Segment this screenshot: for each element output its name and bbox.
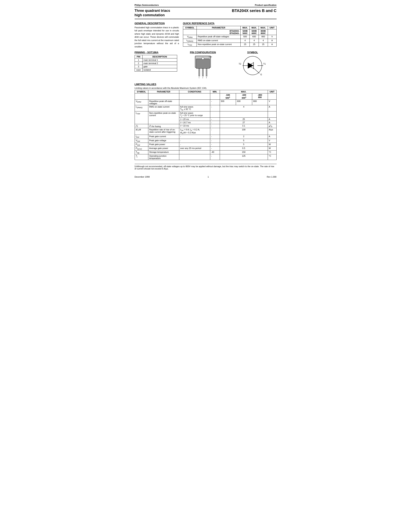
svg-rect-6 (206, 68, 207, 76)
table-row: IT(RMS) RMS on-state current full sine w… (135, 105, 276, 111)
table-row: 2 main terminal 2 (135, 62, 177, 65)
lv-sub-empty4 (210, 94, 220, 100)
svg-text:2: 2 (202, 77, 203, 78)
title-left: Three quadrant triacs high commutation (135, 9, 170, 18)
lv-vgm-min: - (210, 139, 220, 142)
lv-igm-param: Peak gate current (148, 135, 179, 139)
lv-vdrm-max500: 500 (220, 99, 236, 105)
pin-col-pin: PIN (135, 55, 142, 58)
table-row: IT(RMS) RMS on-state current 4 4 4 A (183, 39, 276, 43)
pin-config-heading: PIN CONFIGURATION (179, 51, 227, 54)
pin-config-col: PIN CONFIGURATION case 1 2 3 (179, 51, 227, 80)
lv-itsm-max1 (220, 111, 268, 118)
lv-sub-800: -800800 (252, 94, 268, 100)
lv-col-min: MIN. (210, 90, 220, 94)
qrd-sub-empty2 (268, 29, 276, 35)
footnote-section: 1 Although not recommended, off-state vo… (135, 164, 277, 170)
lv-itsm-cond2: t = 20 ms (179, 118, 210, 121)
qrd-sub-500: 500B500C (241, 29, 250, 35)
lv-tstg-cond (179, 151, 210, 154)
table-row: PG(AV) Average gate power over any 20 ms… (135, 146, 276, 150)
qrd-itsm-unit: A (268, 43, 276, 47)
svg-text:3: 3 (206, 77, 207, 78)
qrd-itsm-500: 25 (241, 43, 250, 47)
lv-itsm-min2: - (210, 118, 220, 121)
footnote-number: 1 (135, 165, 136, 168)
svg-line-19 (253, 68, 259, 73)
title-line1: Three quadrant triacs (135, 9, 170, 13)
pin-num-3: 3 (135, 65, 142, 68)
lv-pgm-unit: W (268, 142, 276, 146)
lv-heading: LIMITING VALUES (135, 83, 277, 86)
limiting-values-table: SYMBOL PARAMETER CONDITIONS MIN. MAX. UN… (135, 90, 277, 160)
lv-tj-min: - (210, 154, 220, 160)
lv-i2t-min: - (210, 124, 220, 128)
pinning-section: PINNING - SOT186A PIN DESCRIPTION 1 main… (135, 51, 277, 80)
qrd-vdrm-unit: V (268, 35, 276, 39)
lv-didt-min: - (210, 128, 220, 135)
lv-didt-cond: ITM = 6 A; IG = 0.2 A;dIG/dt = 0.2 A/µs (179, 128, 210, 135)
footer-date: December 1998 (135, 176, 150, 178)
lv-i2t-max: 3.1 (220, 124, 268, 128)
table-row: case isolated (135, 68, 177, 72)
footer: December 1998 1 Rev 1.000 (135, 176, 277, 178)
quick-reference-col: QUICK REFERENCE DATA SYMBOL PARAMETER MA… (183, 22, 277, 48)
lv-i2t-unit: A2s (268, 124, 276, 128)
lv-pgav-unit: W (268, 146, 276, 150)
lv-sub-empty1 (135, 94, 148, 100)
lv-igm-symbol: IGM (135, 135, 148, 139)
svg-text:G: G (260, 73, 262, 76)
lv-sub-empty2 (148, 94, 179, 100)
lv-tstg-min: -40 (210, 151, 220, 154)
pin-desc-3: gate (142, 65, 177, 68)
lv-igm-cond: - (179, 135, 210, 139)
lv-itsm-unit2: A (268, 118, 276, 121)
lv-itrms-param: RMS on-state current (148, 105, 179, 111)
lv-pgav-min: - (210, 146, 220, 150)
lv-itsm-cond1: full sine wave;Tj = 25 °C prior to surge (179, 111, 210, 118)
lv-pgm-cond: - (179, 142, 210, 146)
limiting-values-section: LIMITING VALUES Limiting values in accor… (135, 83, 277, 160)
qrd-vdrm-500: 500 (241, 35, 250, 39)
lv-pgav-cond: over any 20 ms period (179, 146, 210, 150)
qrd-itrms-600: 4 (250, 39, 259, 43)
pin-desc-1: main terminal 1 (142, 58, 177, 62)
table-row: VDRM Repetitive peak off-state voltages … (183, 35, 276, 39)
qrd-col-parameter: PARAMETER (197, 26, 241, 29)
svg-rect-1 (196, 59, 210, 68)
qrd-col-symbol: SYMBOL (183, 26, 197, 29)
lv-tstg-max: 150 (220, 151, 268, 154)
lv-i2t-cond: t = 10 ms (179, 124, 210, 128)
svg-point-2 (202, 57, 204, 60)
lv-tstg-symbol: Tstg (135, 151, 148, 154)
lv-vgm-symbol: VGM (135, 139, 148, 142)
qrd-sub-600: 600B600C (250, 29, 259, 35)
svg-marker-16 (248, 63, 253, 68)
svg-text:T1: T1 (263, 63, 266, 65)
lv-itrms-symbol: IT(RMS) (135, 105, 148, 111)
lv-pgav-max: 0.5 (220, 146, 268, 150)
symbol-col: SYMBOL T2 T1 G (229, 51, 277, 80)
svg-rect-5 (202, 68, 204, 76)
triac-symbol: T2 T1 G (237, 55, 268, 78)
qrd-itsm-symbol: ITSM (183, 43, 197, 47)
gen-desc-heading: GENERAL DESCRIPTION (135, 22, 179, 25)
qrd-vdrm-param: Repetitive peak off-state voltages (197, 35, 241, 39)
title-line2: high commutation (135, 13, 170, 17)
lv-pgm-symbol: PGM (135, 142, 148, 146)
qrd-sub-800: 800B800C (259, 29, 268, 35)
pin-desc-case: isolated (142, 68, 177, 72)
qrd-sub-empty1 (183, 29, 197, 35)
lv-col-symbol: SYMBOL (135, 90, 148, 94)
lv-vdrm-max600: 600 (236, 99, 252, 105)
table-row: 3 gate (135, 65, 177, 68)
lv-tstg-param: Storage temperature (148, 151, 179, 154)
pin-desc-2: main terminal 2 (142, 62, 177, 65)
lv-vdrm-cond (179, 99, 210, 105)
qrd-itrms-param: RMS on-state current (197, 39, 241, 43)
lv-itrms-max: 4 (220, 105, 268, 111)
pin-num-case: case (135, 68, 142, 72)
lv-itrms-cond: full sine wave;Thc ≤ 92 °C (179, 105, 210, 111)
lv-i2t-symbol: I2t (135, 124, 148, 128)
gen-desc-text: Passivated high commutation triacs in a … (135, 26, 179, 48)
